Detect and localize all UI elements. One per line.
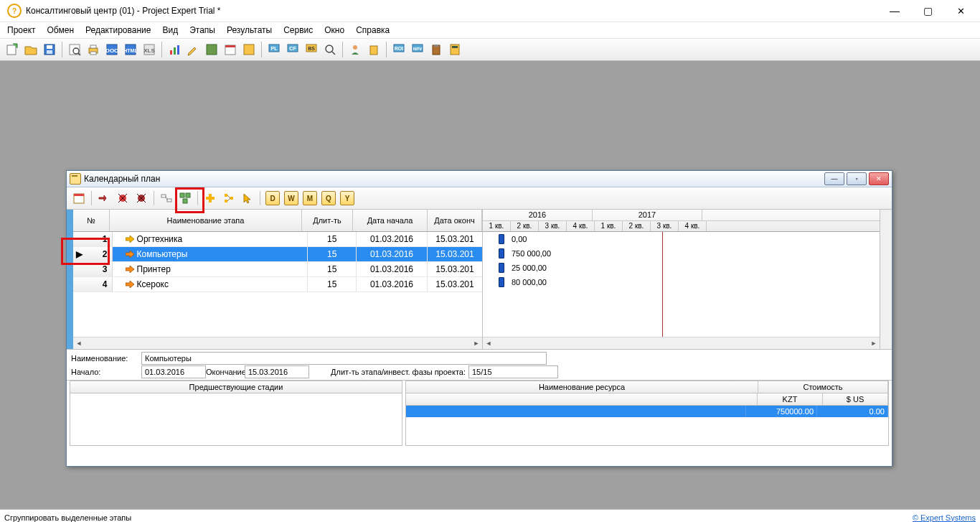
ctb-group-icon[interactable]: [177, 190, 193, 206]
detail-panel: Наименование: Компьютеры Начало: 01.03.2…: [67, 350, 892, 381]
edit-icon[interactable]: [184, 41, 202, 58]
open-icon[interactable]: [22, 41, 39, 58]
res-kzt-header[interactable]: KZT: [758, 393, 823, 405]
child-minimize-button[interactable]: —: [824, 172, 844, 185]
left-hscroll[interactable]: ◄ ►: [73, 337, 482, 349]
vscroll[interactable]: [880, 210, 892, 349]
col-num[interactable]: №: [73, 210, 110, 231]
ctb-day-button[interactable]: D: [265, 190, 281, 206]
status-link[interactable]: © Expert Systems: [913, 513, 976, 522]
word-icon[interactable]: DOC: [103, 41, 121, 58]
ctb-tree-icon[interactable]: [221, 190, 237, 206]
calendar-icon[interactable]: [222, 41, 239, 58]
ctb-calendar-icon[interactable]: [71, 190, 87, 206]
menu-exchange[interactable]: Обмен: [42, 24, 80, 37]
child-titlebar[interactable]: Календарный план — ▫ ✕: [67, 171, 892, 187]
minimize-button[interactable]: —: [878, 0, 911, 22]
detail-end-field[interactable]: 15.03.2016: [245, 365, 309, 378]
html-icon[interactable]: HTML: [122, 41, 139, 58]
menu-service[interactable]: Сервис: [278, 24, 319, 37]
building-icon[interactable]: [365, 41, 382, 58]
hscroll-right-icon[interactable]: ►: [868, 338, 880, 348]
res-usd-header[interactable]: $ US: [823, 393, 888, 405]
bs-icon[interactable]: BS: [303, 41, 320, 58]
svg-line-60: [227, 195, 230, 198]
ctb-add-icon[interactable]: [202, 190, 218, 206]
hscroll-left-icon[interactable]: ◄: [483, 338, 494, 348]
stage-row[interactable]: 1Оргтехника1501.03.201615.03.201: [73, 232, 482, 247]
row-selector-gutter[interactable]: [67, 210, 73, 349]
ctb-week-button[interactable]: W: [283, 190, 299, 206]
hscroll-left-icon[interactable]: ◄: [73, 338, 85, 348]
gantt-bar[interactable]: [499, 263, 504, 273]
stage-row[interactable]: 4Ксерокс1501.03.201615.03.201: [73, 277, 482, 292]
menu-window[interactable]: Окно: [319, 24, 350, 37]
svg-rect-42: [74, 194, 84, 196]
col-name[interactable]: Наименование этапа: [110, 210, 302, 231]
stage-row[interactable]: 3Принтер1501.03.201615.03.201: [73, 262, 482, 277]
clip-icon[interactable]: [428, 41, 445, 58]
close-button[interactable]: ✕: [944, 0, 977, 22]
ctb-bug1-icon[interactable]: [115, 190, 131, 206]
new-icon[interactable]: [4, 41, 21, 58]
hscroll-right-icon[interactable]: ►: [471, 338, 482, 348]
save-icon[interactable]: [41, 41, 58, 58]
ctb-year-button[interactable]: Y: [339, 190, 355, 206]
ctb-link-icon[interactable]: [159, 190, 174, 206]
lower-panel: Предшествующие стадии Наименование ресур…: [67, 381, 892, 447]
child-maximize-button[interactable]: ▫: [847, 172, 867, 185]
gantt-bar[interactable]: [499, 234, 504, 244]
detail-start-field[interactable]: 01.03.2016: [141, 365, 206, 378]
ctb-quarter-button[interactable]: Q: [321, 190, 336, 206]
calc-icon[interactable]: [446, 41, 463, 58]
pl-icon[interactable]: PL: [265, 41, 283, 58]
gantt-bar[interactable]: [499, 277, 504, 287]
stage-grid: № Наименование этапа Длит-ть Дата начала…: [73, 210, 483, 349]
menu-edit[interactable]: Редактирование: [80, 24, 156, 37]
chart-icon[interactable]: [166, 41, 183, 58]
gantt-year: 2016: [483, 210, 593, 220]
predecessors-panel: Предшествующие стадии: [70, 381, 402, 446]
gantt-area: № Наименование этапа Длит-ть Дата начала…: [67, 210, 892, 350]
ctb-bug2-icon[interactable]: [133, 190, 149, 206]
stage-row[interactable]: ▶2Компьютеры1501.03.201615.03.201: [73, 247, 482, 262]
menu-project[interactable]: Проект: [1, 24, 42, 37]
person-icon[interactable]: [347, 41, 364, 58]
menu-stages[interactable]: Этапы: [184, 24, 221, 37]
xls-icon[interactable]: XLS: [141, 41, 158, 58]
svg-rect-19: [207, 45, 217, 55]
gantt-value: 0,00: [512, 235, 527, 243]
gantt-row[interactable]: 80 000,00: [483, 275, 880, 289]
ctb-month-button[interactable]: M: [302, 190, 318, 206]
col-dur[interactable]: Длит-ть: [302, 210, 353, 231]
find-icon[interactable]: [321, 41, 339, 58]
statusbar: Сгруппировать выделенные этапы © Expert …: [0, 509, 980, 522]
menu-help[interactable]: Справка: [350, 24, 395, 37]
menu-view[interactable]: Вид: [156, 24, 184, 37]
resource-row[interactable]: 750000.00 0.00: [406, 406, 888, 417]
roi-icon[interactable]: ROI: [390, 41, 407, 58]
gantt-row[interactable]: 25 000,00: [483, 261, 880, 275]
preview-icon[interactable]: [66, 41, 83, 58]
child-close-button[interactable]: ✕: [869, 172, 889, 185]
col-end[interactable]: Дата оконч: [428, 210, 482, 231]
res-name-header[interactable]: Наименование ресурса: [406, 381, 758, 393]
col-start[interactable]: Дата начала: [353, 210, 428, 231]
gantt-row[interactable]: 0,00: [483, 232, 880, 246]
menu-results[interactable]: Результаты: [221, 24, 278, 37]
cf-icon[interactable]: CF: [284, 41, 301, 58]
ctb-pointer-icon[interactable]: [240, 190, 255, 206]
maximize-button[interactable]: ▢: [911, 0, 944, 22]
detail-name-field[interactable]: Компьютеры: [141, 352, 547, 365]
detail-dur-field[interactable]: 15/15: [468, 365, 558, 378]
module2-icon[interactable]: [240, 41, 258, 58]
print-icon[interactable]: [85, 41, 102, 58]
gantt-row[interactable]: 750 000,00: [483, 246, 880, 261]
gantt-bar[interactable]: [499, 248, 504, 258]
res-cost-header[interactable]: Стоимость: [758, 381, 888, 393]
gantt-chart: 20162017 1 кв.2 кв.3 кв.4 кв.1 кв.2 кв.3…: [483, 210, 880, 349]
right-hscroll[interactable]: ◄ ►: [483, 337, 880, 349]
ctb-arrow-red-icon[interactable]: [96, 190, 112, 206]
npv-icon[interactable]: NPV: [409, 41, 426, 58]
module1-icon[interactable]: [203, 41, 220, 58]
